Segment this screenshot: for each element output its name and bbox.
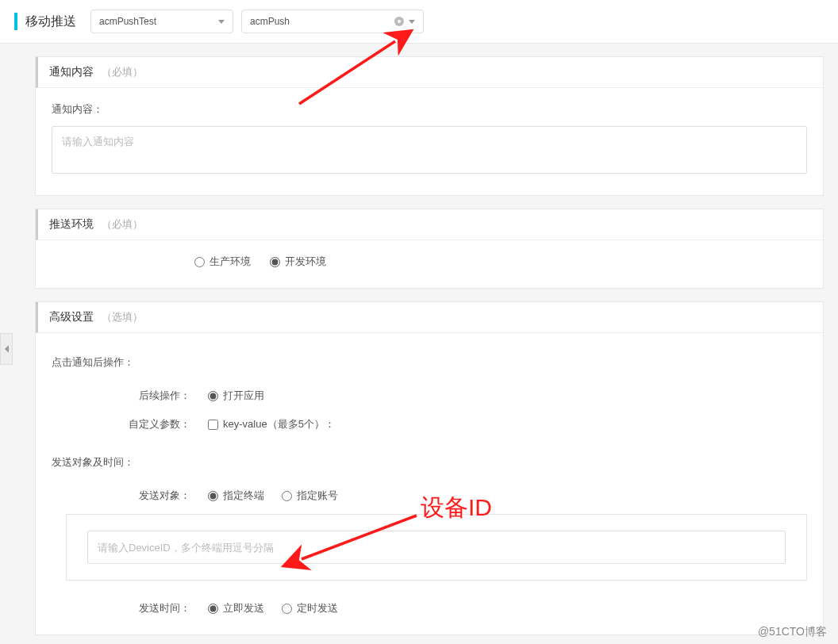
- notify-content-label: 通知内容：: [52, 102, 807, 117]
- target-account-label: 指定账号: [297, 489, 338, 503]
- device-id-input[interactable]: [87, 531, 786, 564]
- panel-notify: 通知内容 （必填） 通知内容：: [35, 56, 824, 196]
- panel-notify-hint: （必填）: [102, 65, 143, 79]
- panel-advanced-header: 高级设置 （选填）: [36, 302, 823, 333]
- followup-label: 后续操作：: [52, 389, 190, 403]
- send-now-label: 立即发送: [223, 601, 264, 615]
- project-select[interactable]: acmPushTest: [90, 10, 233, 33]
- watermark: @51CTO博客: [758, 625, 827, 639]
- panel-env-title: 推送环境: [49, 217, 94, 232]
- panel-env-header: 推送环境 （必填）: [36, 209, 823, 240]
- custom-params-label: 自定义参数：: [52, 417, 190, 431]
- send-time-label: 发送时间：: [52, 601, 190, 615]
- target-account-radio[interactable]: 指定账号: [282, 489, 338, 503]
- accent-bar: [14, 13, 17, 30]
- project-select-value: acmPushTest: [99, 16, 156, 27]
- page-title: 移动推送: [25, 13, 76, 30]
- custom-params-option-label: key-value（最多5个）：: [223, 417, 335, 431]
- panel-env-hint: （必填）: [102, 217, 143, 232]
- target-time-label: 发送对象及时间：: [52, 455, 807, 470]
- panel-advanced: 高级设置 （选填） 点击通知后操作： 后续操作： 打开应用 自定义参数： key…: [35, 301, 824, 635]
- followup-open-app-label: 打开应用: [223, 389, 264, 403]
- top-bar: 移动推送 acmPushTest acmPush: [0, 0, 838, 44]
- content-area: 通知内容 （必填） 通知内容： 推送环境 （必填） 生产环境 开发环境: [0, 56, 838, 635]
- annotation-device-id-label: 设备ID: [421, 492, 492, 524]
- panel-notify-header: 通知内容 （必填）: [36, 57, 823, 88]
- target-device-label: 指定终端: [223, 489, 264, 503]
- target-label: 发送对象：: [52, 489, 190, 503]
- env-prod-label: 生产环境: [210, 255, 251, 269]
- gear-icon[interactable]: [394, 17, 404, 26]
- custom-params-checkbox[interactable]: key-value（最多5个）：: [208, 417, 335, 431]
- chevron-down-icon: [409, 20, 415, 24]
- panel-advanced-hint: （选填）: [102, 310, 143, 324]
- send-now-radio[interactable]: 立即发送: [208, 601, 264, 615]
- sidebar-collapse-toggle[interactable]: [0, 333, 13, 365]
- target-device-radio[interactable]: 指定终端: [208, 489, 264, 503]
- followup-open-app-radio[interactable]: 打开应用: [208, 389, 264, 403]
- chevron-left-icon: [5, 345, 9, 353]
- app-select[interactable]: acmPush: [241, 10, 424, 33]
- env-dev-radio[interactable]: 开发环境: [270, 255, 326, 269]
- env-dev-label: 开发环境: [285, 255, 326, 269]
- panel-advanced-title: 高级设置: [49, 310, 94, 324]
- env-prod-radio[interactable]: 生产环境: [194, 255, 251, 269]
- send-scheduled-label: 定时发送: [297, 601, 338, 615]
- app-select-value: acmPush: [250, 16, 290, 27]
- chevron-down-icon: [218, 20, 225, 24]
- panel-env: 推送环境 （必填） 生产环境 开发环境: [35, 209, 824, 289]
- after-click-label: 点击通知后操作：: [52, 355, 807, 370]
- send-scheduled-radio[interactable]: 定时发送: [282, 601, 338, 615]
- panel-notify-title: 通知内容: [49, 65, 94, 79]
- notify-content-input[interactable]: [52, 126, 807, 174]
